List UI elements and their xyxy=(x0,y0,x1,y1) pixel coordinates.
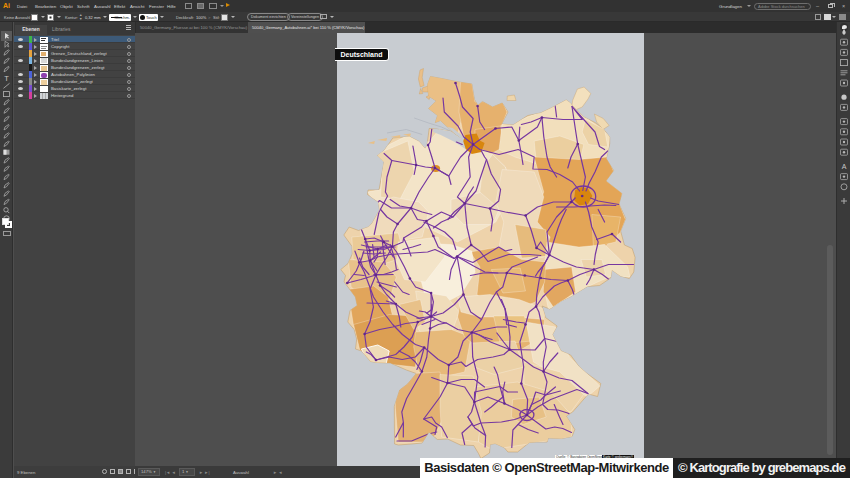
svg-text:A: A xyxy=(842,163,847,170)
svg-text:T: T xyxy=(4,74,9,83)
